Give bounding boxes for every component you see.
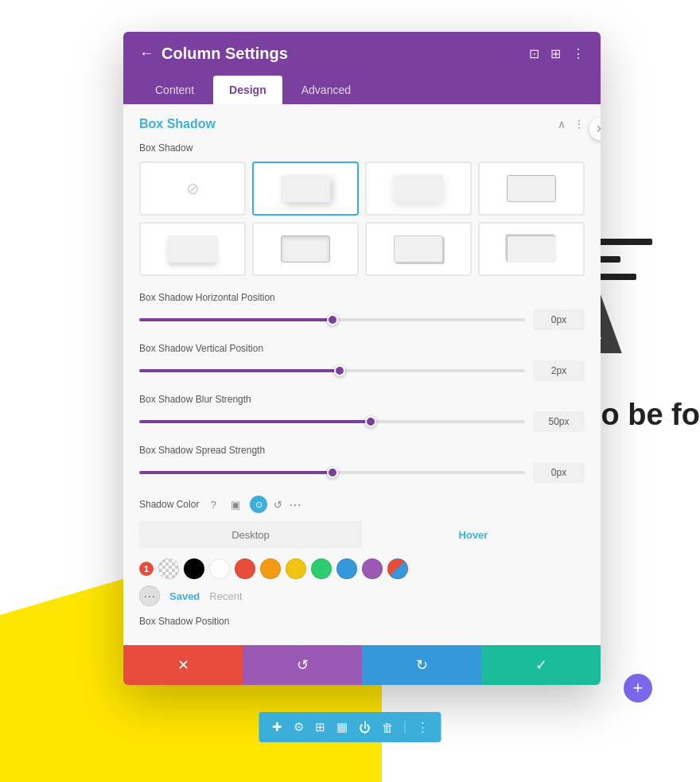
saved-recent-row: ··· Saved Recent bbox=[139, 586, 585, 606]
split-icon[interactable]: ⊞ bbox=[550, 46, 561, 61]
slider-thumb[interactable] bbox=[327, 314, 338, 325]
section-title: Box Shadow bbox=[139, 117, 216, 131]
tab-design[interactable]: Design bbox=[213, 76, 282, 104]
saved-tab[interactable]: Saved bbox=[169, 590, 200, 602]
shadow-preview-3 bbox=[507, 175, 556, 202]
toolbar-layout-icon[interactable]: ⊞ bbox=[315, 720, 325, 734]
tab-advanced[interactable]: Advanced bbox=[286, 76, 367, 104]
modal-header: ← Column Settings ⊡ ⊞ ⋮ bbox=[123, 32, 601, 76]
slider-vertical-value[interactable]: 2px bbox=[533, 360, 585, 381]
shadow-style-grid: ⊘ bbox=[139, 161, 585, 276]
slider-fill-3 bbox=[139, 420, 371, 423]
shadow-option-3[interactable] bbox=[478, 161, 585, 216]
undo-icon: ↺ bbox=[297, 656, 309, 674]
swatch-badge: 1 bbox=[139, 562, 154, 576]
shadow-color-header: Shadow Color ? ▣ ⊙ ↺ ⋯ bbox=[139, 496, 585, 513]
collapse-icon[interactable]: ∧ bbox=[558, 118, 566, 130]
cancel-button[interactable]: ✕ bbox=[123, 645, 243, 685]
swatch-orange[interactable] bbox=[260, 558, 281, 579]
hover-tab[interactable]: Hover bbox=[362, 521, 585, 549]
color-swatches-row: 1 bbox=[139, 558, 585, 579]
more-icon[interactable]: ⋮ bbox=[572, 46, 585, 61]
shadow-option-2[interactable] bbox=[365, 161, 472, 216]
monitor-icon[interactable]: ▣ bbox=[228, 496, 243, 512]
slider-blur: Box Shadow Blur Strength 50px bbox=[139, 394, 585, 432]
back-icon[interactable]: ← bbox=[139, 45, 154, 62]
save-button[interactable]: ✓ bbox=[481, 645, 601, 685]
tab-content[interactable]: Content bbox=[139, 76, 210, 104]
shadow-option-1[interactable] bbox=[252, 161, 359, 216]
slider-thumb-2[interactable] bbox=[334, 365, 345, 376]
slider-vertical-label: Box Shadow Vertical Position bbox=[139, 343, 585, 354]
slider-track-4 bbox=[139, 471, 525, 474]
swatch-white[interactable] bbox=[209, 558, 230, 579]
slider-horizontal: Box Shadow Horizontal Position 0px bbox=[139, 292, 585, 330]
slider-thumb-4[interactable] bbox=[327, 467, 338, 478]
redo-icon: ↻ bbox=[416, 656, 428, 674]
swatch-transparent[interactable] bbox=[158, 558, 179, 579]
shadow-option-none[interactable]: ⊘ bbox=[139, 161, 246, 216]
slider-horizontal-row: 0px bbox=[139, 309, 585, 330]
more-swatches-button[interactable]: ··· bbox=[139, 586, 160, 606]
shadow-preview-1 bbox=[281, 175, 330, 202]
slider-spread: Box Shadow Spread Strength 0px bbox=[139, 445, 585, 483]
box-shadow-label: Box Shadow bbox=[139, 142, 585, 154]
header-left: ← Column Settings bbox=[139, 45, 288, 63]
redo-button[interactable]: ↻ bbox=[362, 645, 481, 685]
slider-spread-row: 0px bbox=[139, 462, 585, 483]
desktop-tab[interactable]: Desktop bbox=[139, 521, 362, 549]
slider-blur-value[interactable]: 50px bbox=[533, 411, 585, 432]
toolbar-more-icon[interactable]: ⋮ bbox=[417, 720, 429, 734]
slider-thumb-3[interactable] bbox=[365, 416, 376, 427]
shadow-option-6[interactable] bbox=[365, 222, 472, 276]
slider-spread-track[interactable] bbox=[139, 471, 525, 474]
bottom-toolbar: ✚ ⚙ ⊞ ▦ ⏻ 🗑 ⋮ bbox=[259, 712, 441, 742]
toolbar-columns-icon[interactable]: ▦ bbox=[336, 720, 348, 734]
swatch-purple[interactable] bbox=[362, 558, 383, 579]
slider-fill-2 bbox=[139, 369, 340, 372]
slider-track-2 bbox=[139, 369, 525, 372]
swatch-red[interactable] bbox=[235, 558, 255, 579]
slider-horizontal-track[interactable] bbox=[139, 318, 525, 321]
swatch-black[interactable] bbox=[184, 558, 204, 579]
slider-fill bbox=[139, 318, 332, 321]
color-more-icon[interactable]: ⋯ bbox=[289, 497, 301, 512]
shadow-preview-6 bbox=[394, 235, 443, 263]
swatch-yellow[interactable] bbox=[286, 558, 306, 579]
slider-spread-value[interactable]: 0px bbox=[533, 462, 585, 483]
shadow-option-5[interactable] bbox=[252, 222, 359, 276]
shadow-preview-5 bbox=[281, 235, 330, 263]
undo-button[interactable]: ↺ bbox=[243, 645, 362, 685]
modal: ✕ ← Column Settings ⊡ ⊞ ⋮ Content Design… bbox=[123, 32, 601, 685]
tabs-bar: Content Design Advanced bbox=[123, 76, 601, 104]
color-pointer-icon[interactable]: ⊙ bbox=[250, 496, 267, 513]
section-more-icon[interactable]: ⋮ bbox=[574, 118, 585, 130]
question-icon[interactable]: ? bbox=[205, 496, 221, 512]
bg-plus-button[interactable]: + bbox=[624, 674, 652, 702]
slider-blur-track[interactable] bbox=[139, 420, 525, 423]
slider-vertical-track[interactable] bbox=[139, 369, 525, 372]
swatch-blue[interactable] bbox=[336, 558, 357, 579]
section-actions: ∧ ⋮ bbox=[558, 118, 585, 130]
swatch-green[interactable] bbox=[311, 558, 332, 579]
slider-vertical: Box Shadow Vertical Position 2px bbox=[139, 343, 585, 381]
slider-vertical-row: 2px bbox=[139, 360, 585, 381]
slider-spread-label: Box Shadow Spread Strength bbox=[139, 445, 585, 456]
toolbar-settings-icon[interactable]: ⚙ bbox=[294, 720, 304, 734]
color-reset-icon[interactable]: ↺ bbox=[274, 499, 282, 511]
shadow-option-4[interactable] bbox=[139, 222, 246, 276]
slider-horizontal-value[interactable]: 0px bbox=[533, 309, 585, 330]
swatch-diagonal[interactable] bbox=[387, 558, 408, 579]
slider-track-3 bbox=[139, 420, 525, 423]
resize-icon[interactable]: ⊡ bbox=[529, 46, 539, 61]
shadow-option-7[interactable] bbox=[478, 222, 585, 276]
shadow-color-label: Shadow Color bbox=[139, 499, 199, 510]
toolbar-power-icon[interactable]: ⏻ bbox=[359, 721, 371, 734]
toolbar-add-icon[interactable]: ✚ bbox=[272, 720, 282, 734]
toolbar-delete-icon[interactable]: 🗑 bbox=[382, 721, 394, 734]
position-label: Box Shadow Position bbox=[139, 616, 585, 627]
toolbar-divider bbox=[405, 721, 406, 733]
recent-tab[interactable]: Recent bbox=[209, 590, 242, 602]
save-icon: ✓ bbox=[535, 656, 547, 674]
slider-track bbox=[139, 318, 525, 321]
